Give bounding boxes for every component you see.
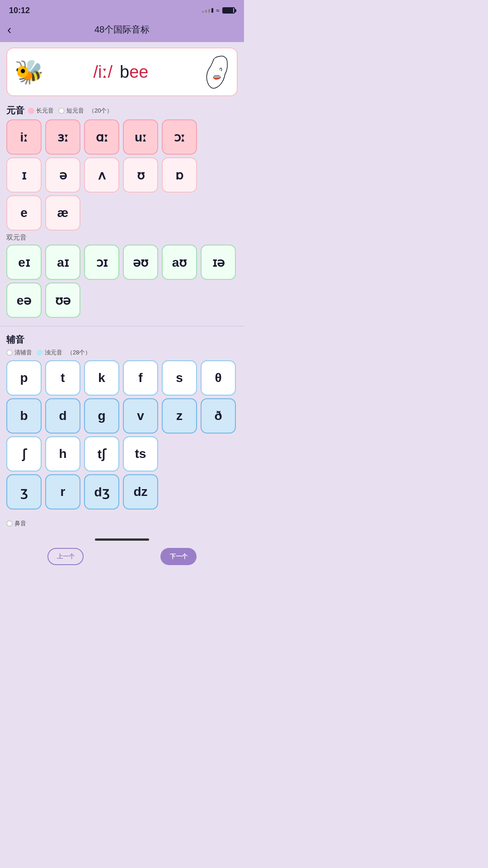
nasal-legend-item: 鼻音 xyxy=(6,519,26,528)
clear-consonant-label: 清辅音 xyxy=(14,349,32,357)
status-icons: ≈ xyxy=(202,7,235,14)
bee-emoji: 🐝 xyxy=(14,60,44,84)
phoneme-æ[interactable]: æ xyxy=(45,195,80,231)
consonants-header: 辅音 xyxy=(6,334,238,346)
extra-vowels-grid: e æ xyxy=(6,195,238,231)
phoneme-iː[interactable]: iː xyxy=(6,119,42,155)
phoneme-dʒ[interactable]: dʒ xyxy=(84,474,119,509)
long-vowels-grid: iː ɜː ɑː uː ɔː xyxy=(6,119,238,155)
clear-consonants-1: p t k f s θ xyxy=(6,360,238,396)
long-vowel-dot xyxy=(28,108,34,114)
phoneme-əʊ[interactable]: əʊ xyxy=(123,245,158,280)
nasal-legend: 鼻音 xyxy=(6,519,238,528)
vowels-count: （20个） xyxy=(89,107,113,115)
hero-card[interactable]: 🐝 /iː/ bee xyxy=(6,47,238,96)
phoneme-ə[interactable]: ə xyxy=(45,157,80,193)
clear-consonants-2: ʃ h tʃ ts xyxy=(6,436,238,472)
phoneme-ɒ[interactable]: ɒ xyxy=(162,157,197,193)
wifi-icon: ≈ xyxy=(216,7,220,14)
phoneme-ʒ[interactable]: ʒ xyxy=(6,474,42,509)
phoneme-ʊə[interactable]: ʊə xyxy=(45,283,80,318)
phoneme-ɔɪ[interactable]: ɔɪ xyxy=(84,245,119,280)
home-bar xyxy=(95,538,149,541)
consonants-title: 辅音 xyxy=(6,334,24,346)
battery-icon xyxy=(222,7,235,14)
phoneme-θ[interactable]: θ xyxy=(201,360,236,396)
status-time: 10:12 xyxy=(9,6,30,15)
phoneme-t[interactable]: t xyxy=(45,360,80,396)
phoneme-g[interactable]: g xyxy=(84,398,119,434)
mouth-diagram xyxy=(198,54,230,90)
short-vowels-grid: ɪ ə ʌ ʊ ɒ xyxy=(6,157,238,193)
phoneme-uː[interactable]: uː xyxy=(123,119,158,155)
phoneme-ɔː[interactable]: ɔː xyxy=(162,119,197,155)
phoneme-z[interactable]: z xyxy=(162,398,197,434)
phoneme-ɜː[interactable]: ɜː xyxy=(45,119,80,155)
phoneme-ʌ[interactable]: ʌ xyxy=(84,157,119,193)
section-divider xyxy=(0,326,244,326)
phoneme-p[interactable]: p xyxy=(6,360,42,396)
phoneme-ʃ[interactable]: ʃ xyxy=(6,436,42,472)
phoneme-v[interactable]: v xyxy=(123,398,158,434)
phoneme-ʊ[interactable]: ʊ xyxy=(123,157,158,193)
phoneme-ts[interactable]: ts xyxy=(123,436,158,472)
phoneme-ɑː[interactable]: ɑː xyxy=(84,119,119,155)
vowels-header: 元音 长元音 短元音 （20个） xyxy=(6,104,238,117)
bottom-nav: 上一个 下一个 xyxy=(0,544,244,569)
nasal-section: 鼻音 xyxy=(0,514,244,529)
nasal-dot xyxy=(6,520,13,527)
phoneme-ð[interactable]: ð xyxy=(201,398,236,434)
phoneme-eə[interactable]: eə xyxy=(6,283,42,318)
prev-button[interactable]: 上一个 xyxy=(47,548,84,565)
clear-consonant-legend: 清辅音 xyxy=(6,349,32,357)
phoneme-s[interactable]: s xyxy=(162,360,197,396)
phoneme-aʊ[interactable]: aʊ xyxy=(162,245,197,280)
short-vowel-dot xyxy=(58,108,65,114)
status-bar: 10:12 ≈ xyxy=(0,0,244,20)
nasal-label: 鼻音 xyxy=(14,519,26,528)
long-vowel-label: 长元音 xyxy=(36,107,54,115)
vowels-legend: 长元音 短元音 （20个） xyxy=(28,107,113,115)
phoneme-tʃ[interactable]: tʃ xyxy=(84,436,119,472)
phoneme-eɪ[interactable]: eɪ xyxy=(6,245,42,280)
phoneme-d[interactable]: d xyxy=(45,398,80,434)
voiced-consonant-dot xyxy=(37,349,43,356)
page-title: 48个国际音标 xyxy=(94,24,150,36)
hero-ipa: /iː/ xyxy=(94,62,113,82)
next-button[interactable]: 下一个 xyxy=(160,548,197,565)
phoneme-ɪ[interactable]: ɪ xyxy=(6,157,42,193)
home-indicator-area xyxy=(0,529,244,544)
voiced-consonants-1: b d g v z ð xyxy=(6,398,238,434)
hero-word-red: ee xyxy=(129,62,148,81)
home-indicator xyxy=(0,535,244,542)
phoneme-b[interactable]: b xyxy=(6,398,42,434)
short-vowel-label: 短元音 xyxy=(66,107,84,115)
consonants-section: 辅音 清辅音 浊元音 （28个） p t k f s θ b d g v z ð… xyxy=(0,330,244,514)
phoneme-f[interactable]: f xyxy=(123,360,158,396)
phoneme-h[interactable]: h xyxy=(45,436,80,472)
phoneme-k[interactable]: k xyxy=(84,360,119,396)
diphthongs-grid-1: eɪ aɪ ɔɪ əʊ aʊ ɪə xyxy=(6,245,238,280)
phoneme-r[interactable]: r xyxy=(45,474,80,509)
vowels-title: 元音 xyxy=(6,104,24,117)
diphthongs-grid-2: eə ʊə xyxy=(6,283,238,318)
back-button[interactable]: ‹ xyxy=(7,24,11,36)
clear-consonant-dot xyxy=(6,349,13,356)
phoneme-e[interactable]: e xyxy=(6,195,42,231)
consonants-count: （28个） xyxy=(67,349,91,357)
hero-phonetic: /iː/ bee xyxy=(44,62,198,82)
hero-word: bee xyxy=(120,62,148,82)
consonants-legend: 清辅音 浊元音 （28个） xyxy=(6,349,238,357)
voiced-consonants-2: ʒ r dʒ dz xyxy=(6,474,238,509)
signal-icon xyxy=(202,8,213,13)
phoneme-dz[interactable]: dz xyxy=(123,474,158,509)
phoneme-aɪ[interactable]: aɪ xyxy=(45,245,80,280)
diphthongs-label: 双元音 xyxy=(6,233,238,242)
short-vowel-legend: 短元音 xyxy=(58,107,84,115)
long-vowel-legend: 长元音 xyxy=(28,107,54,115)
nav-bar: ‹ 48个国际音标 xyxy=(0,20,244,42)
phoneme-ɪə[interactable]: ɪə xyxy=(201,245,236,280)
voiced-consonant-label: 浊元音 xyxy=(45,349,62,357)
voiced-consonant-legend: 浊元音 xyxy=(37,349,62,357)
vowels-section: 元音 长元音 短元音 （20个） iː ɜː ɑː uː ɔː ɪ ə ʌ ʊ … xyxy=(0,101,244,322)
